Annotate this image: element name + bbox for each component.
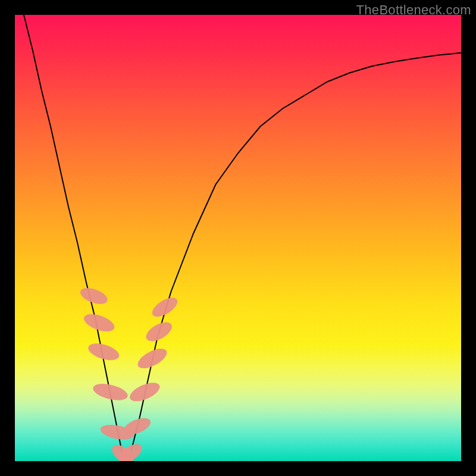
chart-frame: TheBottleneck.com (0, 0, 476, 476)
data-marker (135, 345, 170, 372)
chart-svg (15, 15, 461, 461)
data-marker (143, 318, 175, 345)
data-marker (82, 311, 117, 335)
data-marker (127, 379, 162, 405)
data-marker (91, 381, 129, 403)
curve-line (24, 15, 461, 461)
data-marker (149, 294, 181, 321)
data-marker (78, 285, 109, 308)
plot-area (15, 15, 461, 461)
